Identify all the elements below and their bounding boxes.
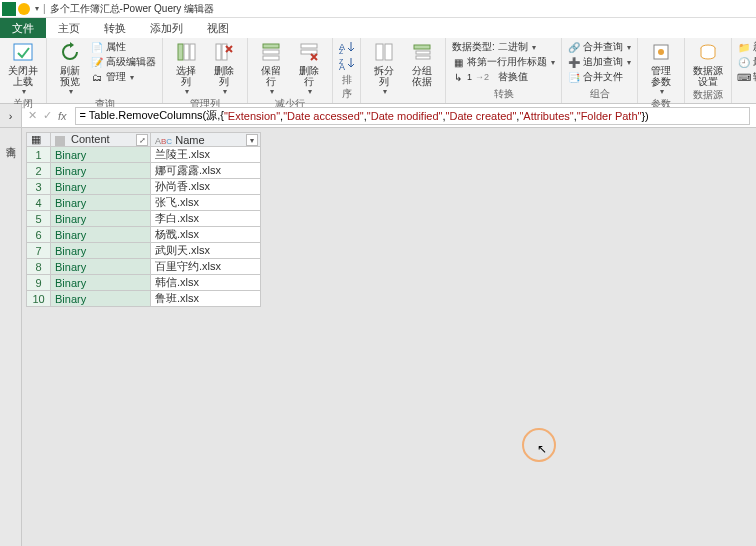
svg-rect-19 <box>416 56 430 59</box>
table-row[interactable]: 6Binary杨戬.xlsx <box>27 227 261 243</box>
cell-name[interactable]: 娜可露露.xlsx <box>151 163 261 179</box>
first-row-header-button[interactable]: ▦将第一行用作标题▾ <box>452 55 555 69</box>
manage-button[interactable]: 🗂管理▾ <box>91 70 156 84</box>
table-row[interactable]: 4Binary张飞.xlsx <box>27 195 261 211</box>
table-row[interactable]: 10Binary鲁班.xlsx <box>27 291 261 307</box>
row-number[interactable]: 2 <box>27 163 51 179</box>
advanced-editor-button[interactable]: 📝高级编辑器 <box>91 55 156 69</box>
refresh-preview-button[interactable]: 刷新预览 ▾ <box>53 40 87 96</box>
sort-desc-button[interactable]: ZA <box>339 56 357 70</box>
cell-content[interactable]: Binary <box>51 291 151 307</box>
enter-data-button[interactable]: ⌨输入数据 <box>738 70 756 84</box>
formula-cancel-button[interactable]: ✕ <box>28 109 37 122</box>
cell-content[interactable]: Binary <box>51 227 151 243</box>
cell-name[interactable]: 孙尚香.xlsx <box>151 179 261 195</box>
table-row[interactable]: 8Binary百里守约.xlsx <box>27 259 261 275</box>
column-header-content[interactable]: Content ⤢ <box>51 133 151 147</box>
cell-content[interactable]: Binary <box>51 195 151 211</box>
cell-name[interactable]: 鲁班.xlsx <box>151 291 261 307</box>
tab-transform[interactable]: 转换 <box>92 18 138 38</box>
group-query: 刷新预览 ▾ 📄属性 📝高级编辑器 🗂管理▾ 查询 <box>47 38 163 103</box>
svg-rect-1 <box>178 44 183 60</box>
formula-commit-button[interactable]: ✓ <box>43 109 52 122</box>
close-load-button[interactable]: 关闭并上载 ▾ <box>6 40 40 96</box>
table-row[interactable]: 9Binary韩信.xlsx <box>27 275 261 291</box>
recent-sources-button[interactable]: 🕘最近使用的源▾ <box>738 55 756 69</box>
formula-input[interactable]: = Table.RemoveColumns(源,{"Extension", "D… <box>75 107 750 125</box>
svg-rect-8 <box>263 56 279 60</box>
row-number[interactable]: 4 <box>27 195 51 211</box>
content-expand-button[interactable]: ⤢ <box>136 134 148 146</box>
name-filter-button[interactable]: ▾ <box>246 134 258 146</box>
remove-cols-icon <box>212 40 236 64</box>
append-queries-button[interactable]: ➕追加查询▾ <box>568 55 631 69</box>
group-by-button[interactable]: 分组依据 <box>405 40 439 87</box>
row-number[interactable]: 9 <box>27 275 51 291</box>
table-row[interactable]: 1Binary兰陵王.xlsx <box>27 147 261 163</box>
tab-add-column[interactable]: 添加列 <box>138 18 195 38</box>
cell-name[interactable]: 张飞.xlsx <box>151 195 261 211</box>
data-type-button[interactable]: 数据类型: 二进制▾ <box>452 40 555 54</box>
combine-files-button[interactable]: 📑合并文件 <box>568 70 631 84</box>
datasource-settings-button[interactable]: 数据源设置 <box>691 40 725 87</box>
cell-content[interactable]: Binary <box>51 243 151 259</box>
recent-icon: 🕘 <box>738 56 750 68</box>
autosave-icon <box>18 3 30 15</box>
ribbon: 关闭并上载 ▾ 关闭 刷新预览 ▾ 📄属性 📝高级编辑器 🗂管理▾ 查询 选择 <box>0 38 756 104</box>
tab-home[interactable]: 主页 <box>46 18 92 38</box>
svg-rect-7 <box>263 50 279 54</box>
queries-pane-collapsed[interactable]: 查询 <box>0 128 22 546</box>
svg-rect-9 <box>301 44 317 48</box>
datasource-icon <box>696 40 720 64</box>
cell-content[interactable]: Binary <box>51 163 151 179</box>
row-number[interactable]: 3 <box>27 179 51 195</box>
sort-asc-button[interactable]: AZ <box>339 40 357 54</box>
table-row[interactable]: 5Binary李白.xlsx <box>27 211 261 227</box>
remove-rows-button[interactable]: 删除行▾ <box>292 40 326 96</box>
cell-content[interactable]: Binary <box>51 211 151 227</box>
cell-name[interactable]: 兰陵王.xlsx <box>151 147 261 163</box>
select-all-cell[interactable]: ▦ <box>27 133 51 147</box>
table-row[interactable]: 3Binary孙尚香.xlsx <box>27 179 261 195</box>
row-number[interactable]: 7 <box>27 243 51 259</box>
choose-columns-button[interactable]: 选择列▾ <box>169 40 203 96</box>
group-datasource: 数据源设置 数据源 <box>685 38 732 103</box>
cell-name[interactable]: 杨戬.xlsx <box>151 227 261 243</box>
row-number[interactable]: 6 <box>27 227 51 243</box>
cell-content[interactable]: Binary <box>51 147 151 163</box>
qat-dropdown[interactable]: ▾ <box>35 4 39 13</box>
table-row[interactable]: 2Binary娜可露露.xlsx <box>27 163 261 179</box>
cell-name[interactable]: 武则天.xlsx <box>151 243 261 259</box>
replace-values-button[interactable]: ↳1→2 替换值 <box>452 70 555 84</box>
manage-params-button[interactable]: 管理参数▾ <box>644 40 678 96</box>
svg-point-21 <box>658 49 664 55</box>
group-manage-columns: 选择列▾ 删除列▾ 管理列 <box>163 38 248 103</box>
cell-name[interactable]: 李白.xlsx <box>151 211 261 227</box>
chevron-right-icon: › <box>9 110 13 122</box>
close-load-dropdown[interactable]: ▾ <box>22 87 26 96</box>
table-row[interactable]: 7Binary武则天.xlsx <box>27 243 261 259</box>
row-number[interactable]: 5 <box>27 211 51 227</box>
cell-content[interactable]: Binary <box>51 275 151 291</box>
column-header-name[interactable]: ABC Name ▾ <box>151 133 261 147</box>
remove-columns-button[interactable]: 删除列▾ <box>207 40 241 96</box>
group-new-query: 📁新建源▾ 🕘最近使用的源▾ ⌨输入数据 新建查询 <box>732 38 756 103</box>
merge-queries-button[interactable]: 🔗合并查询▾ <box>568 40 631 54</box>
cell-name[interactable]: 韩信.xlsx <box>151 275 261 291</box>
remove-rows-icon <box>297 40 321 64</box>
cell-name[interactable]: 百里守约.xlsx <box>151 259 261 275</box>
row-number[interactable]: 8 <box>27 259 51 275</box>
svg-rect-10 <box>301 50 317 54</box>
queries-expand-button[interactable]: › <box>0 104 22 127</box>
properties-button[interactable]: 📄属性 <box>91 40 156 54</box>
row-number[interactable]: 10 <box>27 291 51 307</box>
tab-file[interactable]: 文件 <box>0 18 46 38</box>
cell-content[interactable]: Binary <box>51 259 151 275</box>
new-source-button[interactable]: 📁新建源▾ <box>738 40 756 54</box>
keep-rows-button[interactable]: 保留行▾ <box>254 40 288 96</box>
cell-content[interactable]: Binary <box>51 179 151 195</box>
split-column-button[interactable]: 拆分列▾ <box>367 40 401 96</box>
enter-data-icon: ⌨ <box>738 71 750 83</box>
row-number[interactable]: 1 <box>27 147 51 163</box>
tab-view[interactable]: 视图 <box>195 18 241 38</box>
